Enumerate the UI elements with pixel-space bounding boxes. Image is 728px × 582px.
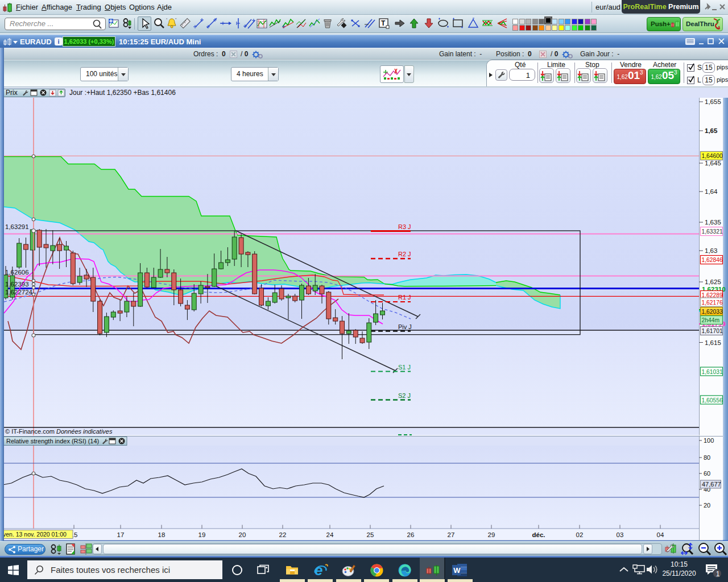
svg-text:1,61031: 1,61031: [702, 369, 723, 375]
svg-text:1,62289: 1,62289: [702, 292, 723, 298]
svg-text:29: 29: [488, 531, 495, 538]
svg-text:1,64: 1,64: [705, 188, 718, 195]
svg-text:1,62846: 1,62846: [702, 257, 723, 263]
svg-text:R1 J: R1 J: [398, 294, 411, 301]
svg-text:1: 1: [716, 570, 720, 578]
svg-text:Relative strength index (RSI): Relative strength index (RSI) (14): [6, 438, 99, 444]
svg-text:18: 18: [158, 531, 166, 538]
svg-text:1,61701: 1,61701: [702, 328, 723, 334]
svg-text:60: 60: [704, 470, 710, 477]
svg-text:100: 100: [704, 437, 714, 444]
svg-text:ven. 13 nov. 2020 01:00: ven. 13 nov. 2020 01:00: [3, 531, 67, 538]
svg-text:déc.: déc.: [532, 531, 545, 538]
svg-text:26: 26: [407, 531, 415, 538]
svg-text:e: e: [315, 563, 322, 578]
svg-text:47,677: 47,677: [702, 481, 721, 488]
svg-text:1,62033: 1,62033: [702, 309, 723, 315]
svg-text:1,615: 1,615: [705, 339, 721, 346]
svg-text:1,65: 1,65: [705, 127, 718, 134]
svg-text:80: 80: [704, 454, 710, 461]
svg-text:1,655: 1,655: [705, 98, 721, 105]
svg-text:R2 J: R2 J: [398, 251, 411, 257]
svg-text:25: 25: [367, 531, 374, 538]
svg-text:1,60556: 1,60556: [702, 397, 723, 404]
svg-text:R3 J: R3 J: [398, 223, 411, 230]
svg-text:1,645: 1,645: [705, 160, 721, 167]
svg-text:Piv J: Piv J: [398, 323, 412, 330]
svg-text:1,64600: 1,64600: [702, 153, 723, 159]
svg-text:27: 27: [448, 531, 455, 538]
svg-text:17: 17: [117, 531, 125, 538]
svg-text:1,62393: 1,62393: [5, 281, 29, 288]
svg-text:1,63321: 1,63321: [702, 228, 723, 235]
svg-text:1,625: 1,625: [705, 278, 721, 285]
svg-text:1,63: 1,63: [705, 247, 717, 254]
svg-text:”: ”: [175, 18, 177, 22]
svg-text:1,62176: 1,62176: [702, 300, 723, 306]
svg-text:“: “: [166, 18, 168, 22]
svg-text:S1 J: S1 J: [398, 364, 411, 371]
svg-text:S2 J: S2 J: [398, 392, 411, 399]
svg-text:1,635: 1,635: [705, 219, 721, 226]
svg-text:24: 24: [326, 531, 334, 538]
svg-text:20: 20: [239, 531, 246, 538]
svg-text:22: 22: [279, 531, 287, 538]
svg-text:W: W: [453, 566, 461, 575]
svg-text:02: 02: [576, 531, 584, 538]
svg-text:04: 04: [657, 531, 664, 538]
svg-text:20: 20: [704, 502, 710, 509]
svg-text:19: 19: [198, 531, 206, 538]
svg-text:1,62606: 1,62606: [5, 269, 29, 276]
svg-text:1,622724: 1,622724: [5, 289, 33, 296]
svg-text:T: T: [381, 19, 386, 27]
svg-text:1,63291: 1,63291: [5, 223, 29, 230]
svg-text:2h44m: 2h44m: [702, 317, 719, 323]
svg-text:03: 03: [617, 531, 624, 538]
svg-text:© IT-Finance.com Données indic: © IT-Finance.com Données indicatives: [5, 428, 113, 435]
